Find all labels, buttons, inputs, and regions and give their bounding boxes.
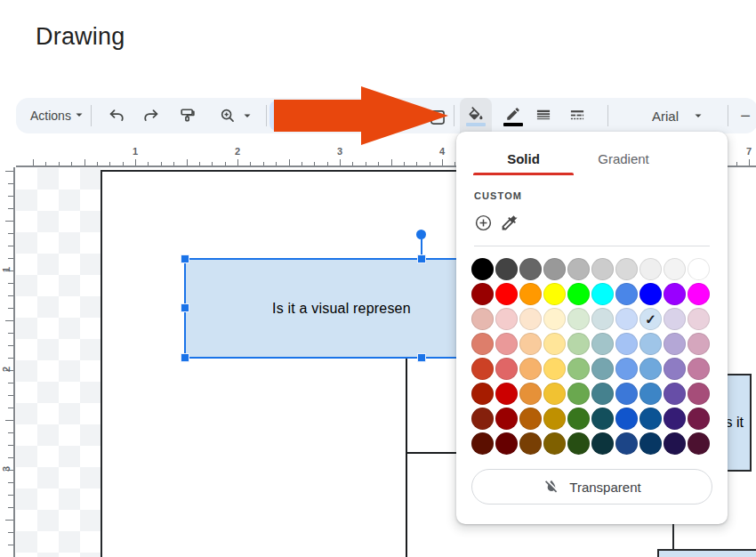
color-swatch[interactable] — [519, 283, 542, 305]
resize-handle-bottom-left[interactable] — [181, 353, 189, 362]
color-swatch[interactable] — [664, 283, 686, 305]
font-family-selector[interactable]: Arial — [652, 98, 704, 133]
color-swatch[interactable] — [615, 358, 638, 380]
color-swatch[interactable] — [495, 383, 518, 405]
border-weight-button[interactable] — [531, 103, 556, 128]
color-swatch[interactable] — [615, 408, 638, 430]
undo-button[interactable] — [104, 103, 129, 128]
color-swatch[interactable]: ✓ — [639, 308, 662, 330]
fill-color-button[interactable] — [460, 98, 492, 133]
color-swatch[interactable] — [495, 358, 518, 380]
color-swatch[interactable] — [567, 333, 590, 355]
color-swatch[interactable] — [471, 408, 494, 430]
color-swatch[interactable] — [519, 333, 542, 355]
color-swatch[interactable] — [615, 308, 638, 330]
color-swatch[interactable] — [519, 383, 542, 405]
resize-handle-top-left[interactable] — [181, 254, 189, 263]
color-swatch[interactable] — [495, 408, 518, 430]
color-swatch[interactable] — [495, 258, 518, 280]
color-swatch[interactable] — [615, 432, 638, 455]
color-swatch[interactable] — [591, 333, 614, 355]
color-swatch[interactable] — [471, 383, 494, 405]
color-swatch[interactable] — [688, 333, 710, 355]
color-swatch[interactable] — [471, 283, 494, 305]
color-swatch[interactable] — [543, 308, 566, 330]
color-swatch[interactable] — [688, 308, 710, 330]
color-swatch[interactable] — [471, 258, 494, 280]
color-swatch[interactable] — [688, 432, 710, 455]
color-swatch[interactable] — [664, 408, 686, 430]
color-swatch[interactable] — [543, 408, 566, 430]
color-swatch[interactable] — [519, 408, 542, 430]
font-size-decrease-button[interactable]: − — [733, 103, 756, 128]
color-swatch[interactable] — [495, 432, 518, 455]
tab-solid[interactable]: Solid — [473, 142, 574, 174]
color-swatch[interactable] — [567, 432, 590, 455]
color-swatch[interactable] — [519, 358, 542, 380]
tab-gradient[interactable]: Gradient — [574, 142, 673, 174]
color-swatch[interactable] — [688, 383, 710, 405]
color-swatch[interactable] — [591, 283, 614, 305]
rotation-handle[interactable] — [416, 230, 426, 239]
color-swatch[interactable] — [495, 283, 518, 305]
zoom-menu-caret[interactable] — [242, 110, 253, 121]
color-swatch[interactable] — [688, 408, 710, 430]
color-swatch[interactable] — [591, 358, 614, 380]
color-swatch[interactable] — [567, 258, 590, 280]
color-swatch[interactable] — [639, 258, 662, 280]
color-swatch[interactable] — [688, 358, 710, 380]
actions-menu-button[interactable]: Actions — [27, 98, 88, 133]
color-swatch[interactable] — [567, 358, 590, 380]
color-swatch[interactable] — [567, 408, 590, 430]
color-swatch[interactable] — [639, 383, 662, 405]
color-swatch[interactable] — [591, 383, 614, 405]
color-swatch[interactable] — [591, 258, 614, 280]
color-swatch[interactable] — [664, 333, 686, 355]
color-swatch[interactable] — [495, 308, 518, 330]
color-swatch[interactable] — [664, 358, 686, 380]
color-swatch[interactable] — [688, 258, 710, 280]
color-swatch[interactable] — [495, 333, 518, 355]
color-swatch[interactable] — [664, 258, 686, 280]
color-swatch[interactable] — [519, 308, 542, 330]
color-swatch[interactable] — [591, 432, 614, 455]
add-custom-color-button[interactable] — [474, 214, 493, 236]
color-swatch[interactable] — [615, 283, 638, 305]
border-dash-button[interactable] — [565, 103, 590, 128]
border-color-button[interactable] — [497, 98, 529, 133]
color-swatch[interactable] — [615, 333, 638, 355]
color-swatch[interactable] — [639, 432, 662, 455]
color-swatch[interactable] — [639, 333, 662, 355]
color-swatch[interactable] — [639, 283, 662, 305]
color-swatch[interactable] — [543, 383, 566, 405]
resize-handle-top-middle[interactable] — [417, 254, 426, 263]
color-swatch[interactable] — [664, 383, 686, 405]
transparent-button[interactable]: Transparent — [471, 469, 712, 505]
bottom-shape[interactable] — [657, 549, 756, 557]
color-swatch[interactable] — [664, 308, 686, 330]
color-swatch[interactable] — [664, 432, 686, 455]
connector-line-vertical[interactable] — [406, 359, 407, 557]
color-swatch[interactable] — [688, 283, 710, 305]
color-swatch[interactable] — [519, 432, 542, 455]
paint-format-button[interactable] — [175, 103, 200, 128]
color-swatch[interactable] — [471, 432, 494, 455]
color-swatch[interactable] — [567, 283, 590, 305]
color-swatch[interactable] — [543, 358, 566, 380]
resize-handle-middle-left[interactable] — [181, 303, 189, 312]
eyedropper-button[interactable] — [500, 214, 519, 236]
color-swatch[interactable] — [591, 308, 614, 330]
color-swatch[interactable] — [519, 258, 542, 280]
redo-button[interactable] — [139, 103, 164, 128]
color-swatch[interactable] — [543, 432, 566, 455]
color-swatch[interactable] — [615, 258, 638, 280]
color-swatch[interactable] — [567, 308, 590, 330]
color-swatch[interactable] — [471, 358, 494, 380]
resize-handle-bottom-middle[interactable] — [417, 353, 426, 362]
color-swatch[interactable] — [543, 283, 566, 305]
color-swatch[interactable] — [543, 258, 566, 280]
color-swatch[interactable] — [615, 383, 638, 405]
zoom-button[interactable] — [215, 103, 240, 128]
color-swatch[interactable] — [639, 408, 662, 430]
color-swatch[interactable] — [567, 383, 590, 405]
